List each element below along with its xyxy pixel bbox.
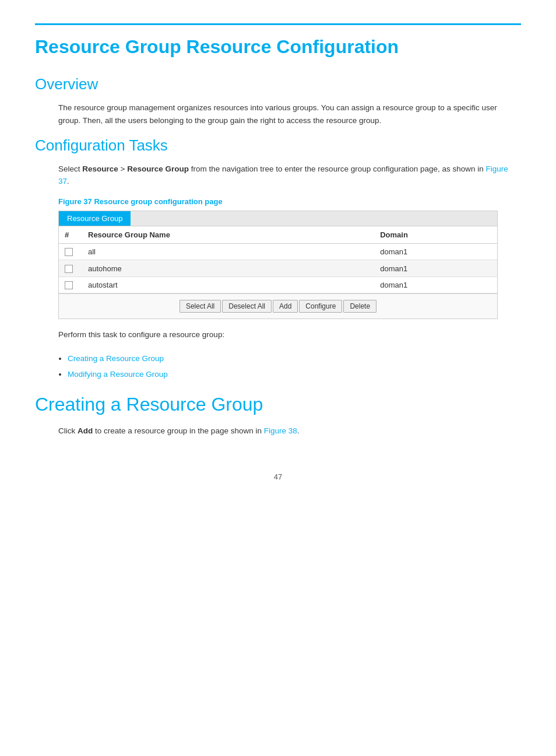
table-cell-checkbox[interactable] <box>59 260 82 277</box>
resource-group-tab[interactable]: Resource Group <box>59 211 131 226</box>
checkbox[interactable] <box>65 248 73 256</box>
creating-link[interactable]: Creating a Resource Group <box>68 354 164 363</box>
table-header-row: # Resource Group Name Domain <box>59 226 497 244</box>
col-header-hash: # <box>59 226 82 244</box>
col-header-domain: Domain <box>374 226 497 244</box>
table-cell-domain: doman1 <box>374 260 497 277</box>
table-cell-checkbox[interactable] <box>59 243 82 260</box>
creating-section: Creating a Resource Group Click Add to c… <box>35 394 521 438</box>
table-buttons-row: Select AllDeselect AllAddConfigureDelete <box>59 293 497 318</box>
config-tasks-heading: Configuration Tasks <box>35 136 521 155</box>
table-cell-name: autostart <box>82 276 374 293</box>
table-row: autohomedoman1 <box>59 260 497 277</box>
col-header-name: Resource Group Name <box>82 226 374 244</box>
intro-text-4: . <box>67 177 69 186</box>
overview-body: The resource group management organizes … <box>58 102 521 127</box>
page-title-section: Resource Group Resource Configuration <box>35 23 521 58</box>
select-all-button[interactable]: Select All <box>180 300 221 313</box>
resource-group-table: # Resource Group Name Domain alldoman1au… <box>59 226 497 294</box>
table-cell-domain: doman1 <box>374 276 497 293</box>
overview-section: Overview The resource group management o… <box>35 75 521 127</box>
intro-text-1: Select <box>58 164 82 173</box>
list-item-modifying: Modifying a Resource Group <box>68 366 521 382</box>
page-title: Resource Group Resource Configuration <box>35 36 521 58</box>
table-cell-name: all <box>82 243 374 260</box>
overview-heading: Overview <box>35 75 521 93</box>
task-intro-text: Perform this task to configure a resourc… <box>58 328 521 341</box>
table-row: autostartdoman1 <box>59 276 497 293</box>
delete-button[interactable]: Delete <box>343 300 376 313</box>
table-cell-domain: doman1 <box>374 243 497 260</box>
intro-text-2: > <box>118 164 127 173</box>
config-tasks-intro: Select Resource > Resource Group from th… <box>58 163 521 188</box>
creating-body: Click Add to create a resource group in … <box>58 425 521 438</box>
tab-bar: Resource Group <box>59 211 497 226</box>
intro-bold-resource-group: Resource Group <box>127 164 189 173</box>
page-number: 47 <box>35 473 521 481</box>
table-row: alldoman1 <box>59 243 497 260</box>
deselect-all-button[interactable]: Deselect All <box>222 300 272 313</box>
figure-label: Figure 37 Resource group configuration p… <box>58 197 521 206</box>
table-cell-name: autohome <box>82 260 374 277</box>
creating-bold-add: Add <box>78 426 93 435</box>
table-cell-checkbox[interactable] <box>59 276 82 293</box>
resource-group-table-container: Resource Group # Resource Group Name Dom… <box>58 211 498 320</box>
creating-text-2: to create a resource group in the page s… <box>93 426 263 435</box>
checkbox[interactable] <box>65 281 73 289</box>
intro-bold-resource: Resource <box>82 164 118 173</box>
figure-38-link[interactable]: Figure 38 <box>264 426 297 435</box>
creating-text-1: Click <box>58 426 78 435</box>
task-list: Creating a Resource Group Modifying a Re… <box>68 351 521 382</box>
intro-text-3: from the navigation tree to enter the re… <box>189 164 486 173</box>
creating-text-3: . <box>297 426 300 435</box>
configure-button[interactable]: Configure <box>299 300 342 313</box>
modifying-link[interactable]: Modifying a Resource Group <box>68 370 168 379</box>
configuration-tasks-section: Configuration Tasks Select Resource > Re… <box>35 136 521 382</box>
list-item-creating: Creating a Resource Group <box>68 351 521 366</box>
creating-heading: Creating a Resource Group <box>35 394 521 415</box>
checkbox[interactable] <box>65 265 73 273</box>
add-button[interactable]: Add <box>273 300 298 313</box>
